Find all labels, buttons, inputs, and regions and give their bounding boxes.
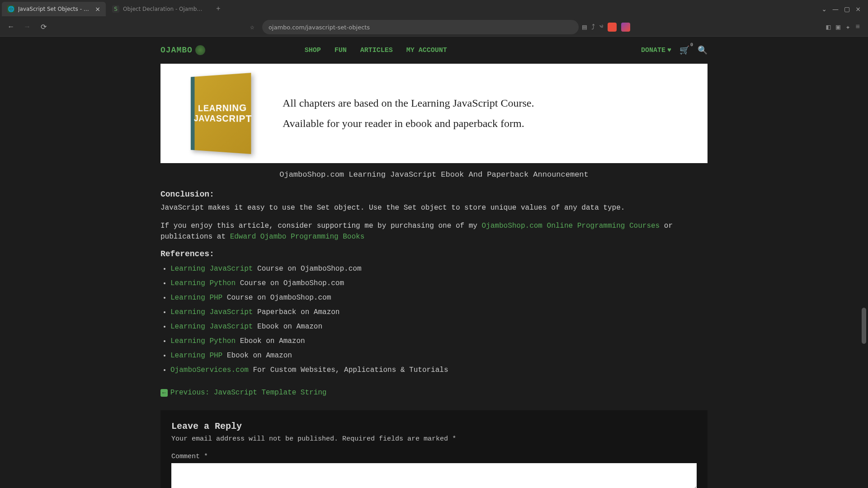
maximize-icon[interactable]: ▢ [844,5,850,13]
previous-post-link[interactable]: ← Previous: JavaScript Template String [160,389,326,397]
comment-label: Comment * [171,453,697,460]
reply-section: Leave a Reply Your email address will no… [160,410,708,488]
share-icon[interactable]: ⤴ [591,23,595,32]
close-window-icon[interactable]: × [855,5,861,13]
rss-icon[interactable]: ༄ [599,23,603,32]
scrollbar[interactable] [861,37,867,488]
announcement-line2: Available for your reader in ebook and p… [283,117,534,130]
tab-bar: 🌐 JavaScript Set Objects - Oja… × S Obje… [0,0,868,18]
favicon-icon: S [112,5,119,13]
reply-note-b: Required fields are marked [342,435,452,443]
menu-icon[interactable]: ≡ [855,23,860,31]
right-toolbar: ◧ ▣ ✦ ≡ [826,23,863,32]
reload-button[interactable]: ⟳ [37,21,50,33]
donate-button[interactable]: DONATE ♥ [641,47,671,54]
logo-icon [195,45,205,55]
sidebar-icon[interactable]: ◧ [826,23,830,32]
list-item: OjamboServices.com For Custom Websites, … [170,366,708,374]
bookmark-icon[interactable]: ☆ [246,21,259,33]
favicon-icon: 🌐 [7,5,14,13]
new-tab-button[interactable]: + [212,5,225,13]
minimize-icon[interactable]: — [832,5,839,13]
ref-tail: For Custom Websites, Applications & Tuto… [249,366,448,374]
back-button[interactable]: ← [5,21,17,33]
announcement-line1: All chapters are based on the Learning J… [283,97,534,109]
comment-textarea[interactable] [171,463,697,488]
books-link[interactable]: Edward Ojambo Programming Books [230,233,365,241]
support-text: If you enjoy this article, consider supp… [160,221,708,242]
window-controls: ⌄ — ▢ × [821,5,866,13]
tab-inactive[interactable]: S Object Declaration - OjamboSh… [107,2,211,16]
reply-note: Your email address will not be published… [171,435,697,443]
tab-active[interactable]: 🌐 JavaScript Set Objects - Oja… × [2,2,106,16]
shield-extension-icon[interactable] [608,23,617,32]
list-item: Learning PHP Ebook on Amazon [170,352,708,360]
references-list: Learning JavaScript Course on OjamboShop… [160,265,708,374]
nav-shop[interactable]: SHOP [305,47,321,54]
ref-link[interactable]: Learning JavaScript [170,323,253,331]
list-item: Learning Python Ebook on Amazon [170,337,708,345]
reader-icon[interactable]: ▤ [582,23,587,32]
dropdown-icon[interactable]: ⌄ [821,5,827,13]
list-item: Learning Python Course on OjamboShop.com [170,279,708,287]
logo-text: OJAMBO [160,46,193,55]
ref-link[interactable]: Learning JavaScript [170,308,253,316]
required-star: * [452,435,456,443]
ref-link[interactable]: Learning Python [170,279,236,287]
book-title-line1: LEARNING [198,103,247,113]
previous-label: Previous: JavaScript Template String [170,389,327,397]
courses-link[interactable]: OjamboShop.com Online Programming Course… [482,222,660,230]
cart-button[interactable]: 🛒0 [679,45,689,55]
conclusion-text: JavaScript makes it easy to use the Set … [160,202,708,213]
ref-link[interactable]: Learning JavaScript [170,265,253,273]
tab-title: Object Declaration - OjamboSh… [123,6,205,12]
toolbar: ← → ⟳ ☆ ojambo.com/javascript-set-object… [0,18,868,36]
tab-title: JavaScript Set Objects - Oja… [18,6,91,12]
article-content: LEARNING JAVASCRIPT All chapters are bas… [151,64,717,488]
forward-button[interactable]: → [21,21,33,33]
ref-tail: Course on OjamboShop.com [222,294,331,302]
required-star: * [204,453,208,460]
site-logo[interactable]: OJAMBO [160,45,205,55]
site-header: OJAMBO SHOP FUN ARTICLES MY ACCOUNT DONA… [0,37,868,64]
image-caption: OjamboShop.com Learning JavaScript Ebook… [160,170,708,179]
page-viewport: OJAMBO SHOP FUN ARTICLES MY ACCOUNT DONA… [0,37,868,488]
nav-fun[interactable]: FUN [335,47,347,54]
ref-tail: Ebook on Amazon [236,337,305,345]
ref-tail: Ebook on Amazon [253,323,322,331]
heart-icon: ♥ [667,47,671,54]
book-title-line2: JAVASCRIPT [194,113,252,124]
sparkle-icon[interactable]: ✦ [846,23,850,32]
ref-link[interactable]: Learning PHP [170,352,222,360]
ref-tail: Course on OjamboShop.com [236,279,344,287]
ref-link[interactable]: Learning PHP [170,294,222,302]
nav-my-account[interactable]: MY ACCOUNT [406,47,447,54]
list-item: Learning PHP Course on OjamboShop.com [170,294,708,302]
cart-count: 0 [690,42,693,47]
book-image: LEARNING JAVASCRIPT [170,73,269,154]
ref-tail: Ebook on Amazon [222,352,292,360]
url-bar[interactable]: ojambo.com/javascript-set-objects [262,20,579,34]
search-icon[interactable]: 🔍 [698,45,708,55]
toolbar-icons: ▤ ⤴ ༄ [582,23,630,32]
ref-link[interactable]: OjamboServices.com [170,366,249,374]
announcement-banner: LEARNING JAVASCRIPT All chapters are bas… [160,64,708,163]
ref-link[interactable]: Learning Python [170,337,236,345]
close-icon[interactable]: × [95,5,100,13]
nav-articles[interactable]: ARTICLES [360,47,393,54]
scroll-thumb[interactable] [862,308,866,344]
extension-icon[interactable] [621,23,630,32]
references-heading: References: [160,249,708,258]
browser-chrome: 🌐 JavaScript Set Objects - Oja… × S Obje… [0,0,868,37]
reply-heading: Leave a Reply [171,421,697,432]
reply-note-a: Your email address will not be published… [171,435,338,443]
url-text: ojambo.com/javascript-set-objects [269,24,370,31]
list-item: Learning JavaScript Course on OjamboShop… [170,265,708,273]
conclusion-heading: Conclusion: [160,190,708,199]
panel-icon[interactable]: ▣ [836,23,840,32]
donate-label: DONATE [641,47,665,54]
arrow-left-icon: ← [160,389,168,397]
ref-tail: Course on OjamboShop.com [253,265,361,273]
list-item: Learning JavaScript Ebook on Amazon [170,323,708,331]
list-item: Learning JavaScript Paperback on Amazon [170,308,708,316]
